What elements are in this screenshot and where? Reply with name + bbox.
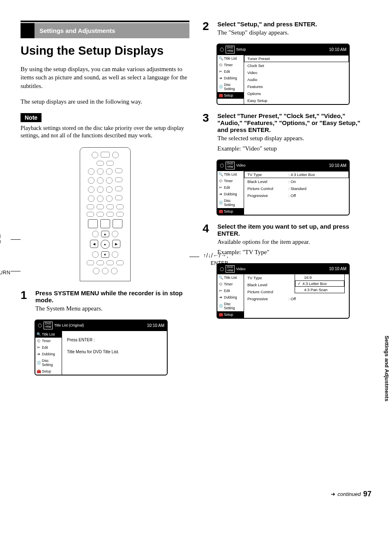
osd4-title: Video xyxy=(236,267,246,271)
sidebar-item-edit: ✂Edit xyxy=(217,68,244,75)
sidebar-item-discsetting: 💿Disc Setting xyxy=(217,81,244,92)
setup-item: Clock Set xyxy=(244,62,349,69)
video-row: Picture Control: Standard xyxy=(244,185,349,192)
video-row: TV Type: 4:3 Letter Box xyxy=(244,171,349,178)
video-row: Progressive: Off xyxy=(244,295,349,302)
intro-paragraph-2: The setup displays are used in the follo… xyxy=(21,97,189,106)
timer-icon: ⏲ xyxy=(37,339,41,343)
setup-item: Video xyxy=(244,69,349,76)
dvd-badge: DVD+RW xyxy=(226,265,235,273)
sidebar-item-edit: ✂Edit xyxy=(35,344,62,351)
edit-icon: ✂ xyxy=(37,345,41,350)
footer: ➜ continued 97 xyxy=(21,490,371,498)
step-3-text: The selected setup display appears. xyxy=(217,135,371,142)
section-title: Settings and Adjustments xyxy=(35,23,189,38)
setup-item: Options xyxy=(244,90,349,97)
step-number-2: 2 xyxy=(203,21,212,39)
setup-icon: 🧰 xyxy=(37,369,41,373)
dubbing-icon: ➜ xyxy=(37,352,41,356)
step-2-heading: Select "Setup," and press ENTER. xyxy=(217,21,371,28)
continued-label: continued xyxy=(338,491,361,497)
continued-arrow-icon: ➜ xyxy=(331,491,335,497)
osd-title-list: ◯ DVD+RW Title List (Original) 10:10 AM … xyxy=(35,320,168,375)
titlelist-icon: 🔍 xyxy=(37,332,41,336)
intro-paragraph-1: By using the setup displays, you can mak… xyxy=(21,65,189,90)
sidebar-item-setup: 🧰Setup xyxy=(217,311,244,318)
osd1-line2: Title Menu for DVD Title List. xyxy=(67,350,162,354)
osd-time: 10:10 AM xyxy=(147,323,164,328)
page-title: Using the Setup Displays xyxy=(21,44,189,58)
video-row: Black Level: On xyxy=(244,178,349,185)
tvtype-option-selected: ✓4:3 Letter Box xyxy=(295,280,344,287)
sidebar-item-timer: ⏲Timer xyxy=(217,178,244,184)
step-4-example: Example: "TV Type" xyxy=(217,249,371,256)
sidebar-item-titlelist: 🔍Title List xyxy=(217,171,244,178)
step-1-heading: Press SYSTEM MENU while the recorder is … xyxy=(35,290,189,303)
sidebar-item-dubbing: ➜Dubbing xyxy=(35,351,62,357)
disc-icon: ◯ xyxy=(220,267,224,271)
tvtype-option: 4:3 Pan Scan xyxy=(295,287,344,293)
sidebar-item-discsetting: 💿Disc Setting xyxy=(217,301,244,311)
sidebar-item-edit: ✂Edit xyxy=(217,287,244,294)
remote-illustration: SYSTEMMENU ↶ RETURN ↑/↓/←/→, ENTER xyxy=(21,147,189,281)
step-3-heading: Select "Tuner Preset," "Clock Set," "Vid… xyxy=(217,112,371,133)
remote-label-system-menu: SYSTEMMENU xyxy=(0,234,1,245)
setup-item: Tuner Preset xyxy=(244,55,349,62)
sidebar-item-timer: ⏲Timer xyxy=(217,62,244,68)
section-header: Settings and Adjustments xyxy=(21,21,189,38)
sidebar-item-dubbing: ➜Dubbing xyxy=(217,191,244,197)
sidebar-item-titlelist: 🔍Title List xyxy=(35,331,62,338)
setup-item: Features xyxy=(244,83,349,90)
sidebar-item-discsetting: 💿Disc Setting xyxy=(35,357,62,368)
sidebar-item-setup: 🧰Setup xyxy=(217,208,244,215)
sidebar-item-dubbing: ➜Dubbing xyxy=(217,75,244,81)
step-3-example: Example: "Video" setup xyxy=(217,145,371,152)
header-accent xyxy=(21,23,35,38)
sidebar-item-edit: ✂Edit xyxy=(217,184,244,191)
sidebar-item-titlelist: 🔍Title List xyxy=(217,55,244,62)
sidebar-item-titlelist: 🔍Title List xyxy=(217,274,244,281)
osd1-line1: Press ENTER : xyxy=(67,338,162,342)
dvd-badge: DVD+RW xyxy=(44,322,53,329)
sidebar-item-timer: ⏲Timer xyxy=(217,281,244,287)
step-2-text: The "Setup" display appears. xyxy=(217,29,371,36)
osd-setup: ◯ DVD+RW Setup 10:10 AM 🔍Title List ⏲Tim… xyxy=(217,44,350,105)
step-number-1: 1 xyxy=(21,290,30,315)
setup-item: Audio xyxy=(244,76,349,83)
step-4-heading: Select the item you want to set up, and … xyxy=(217,223,371,237)
side-tab: Settings and Adjustments xyxy=(384,333,392,404)
note-label: Note xyxy=(21,113,42,122)
setup-item: Easy Setup xyxy=(244,97,349,104)
osd-time: 10:10 AM xyxy=(329,266,346,271)
osd-time: 10:10 AM xyxy=(329,163,346,168)
osd3-title: Video xyxy=(236,163,246,167)
disc-icon: ◯ xyxy=(220,47,224,51)
check-icon: ✓ xyxy=(297,281,301,286)
video-row: Progressive: Off xyxy=(244,192,349,199)
osd2-title: Setup xyxy=(236,47,246,51)
remote-label-return: ↶ RETURN xyxy=(0,269,10,276)
sidebar-item-timer: ⏲Timer xyxy=(35,338,62,344)
osd-time: 10:10 AM xyxy=(329,47,346,52)
disc-setting-icon: 💿 xyxy=(37,361,41,365)
dvd-badge: DVD+RW xyxy=(226,162,235,169)
sidebar-item-setup: 🧰Setup xyxy=(35,368,62,375)
osd-tvtype: ◯ DVD+RW Video 10:10 AM 🔍Title List ⏲Tim… xyxy=(217,263,350,319)
disc-icon: ◯ xyxy=(38,323,42,327)
step-1-text: The System Menu appears. xyxy=(35,305,189,312)
page-number: 97 xyxy=(363,490,371,498)
osd1-title: Title List (Original) xyxy=(54,323,84,327)
osd-video: ◯ DVD+RW Video 10:10 AM 🔍Title List ⏲Tim… xyxy=(217,160,350,215)
remote-label-arrows: ↑/↓/←/→, xyxy=(203,252,228,259)
sidebar-item-dubbing: ➜Dubbing xyxy=(217,294,244,301)
remote-label-enter: ENTER xyxy=(211,260,228,266)
sidebar-item-discsetting: 💿Disc Setting xyxy=(217,197,244,208)
dvd-badge: DVD+RW xyxy=(226,46,235,53)
note-text: Playback settings stored on the disc tak… xyxy=(21,125,189,139)
step-4-text: Available options for the item appear. xyxy=(217,239,371,246)
tvtype-option: 16:9 xyxy=(295,274,344,280)
sidebar-item-setup: 🧰Setup xyxy=(217,92,244,99)
disc-icon: ◯ xyxy=(220,163,224,167)
step-number-3: 3 xyxy=(203,112,212,155)
